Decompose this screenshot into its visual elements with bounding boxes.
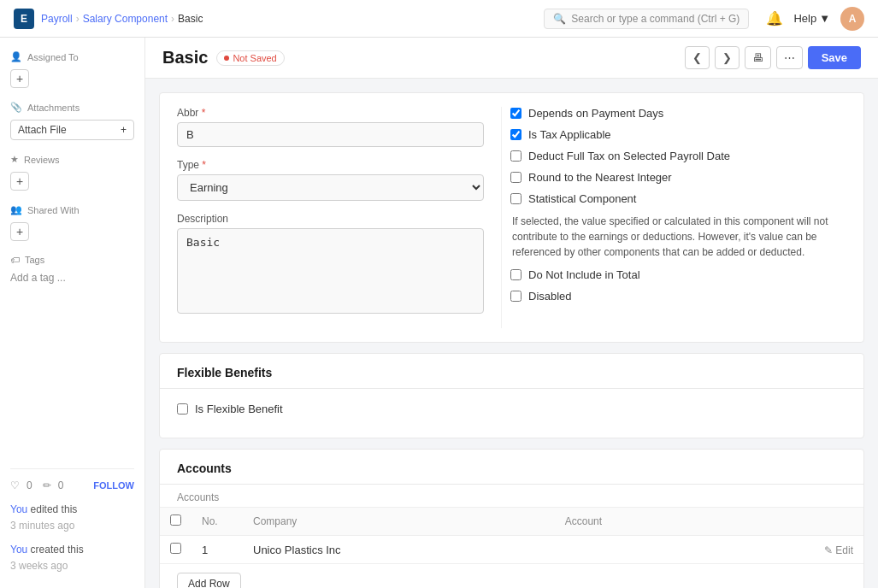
disabled-checkbox[interactable] bbox=[510, 291, 521, 302]
form-columns: Abbr * Type * bbox=[177, 107, 846, 328]
form-card-body: Abbr * Type * bbox=[160, 93, 863, 342]
accounts-title: Accounts bbox=[160, 450, 863, 484]
attach-file-label: Attach File bbox=[18, 124, 67, 136]
add-shared-button[interactable]: + bbox=[10, 222, 29, 241]
is-tax-applicable-checkbox[interactable] bbox=[510, 129, 521, 140]
follow-button[interactable]: FOLLOW bbox=[93, 480, 134, 491]
flexible-benefits-title: Flexible Benefits bbox=[160, 354, 863, 388]
layout: 👤 Assigned To + 📎 Attachments Attach Fil… bbox=[0, 38, 878, 588]
avatar[interactable]: A bbox=[840, 7, 864, 31]
breadcrumb: Payroll › Salary Component › Basic bbox=[41, 13, 203, 25]
type-required: * bbox=[202, 159, 206, 171]
breadcrumb-sep-1: › bbox=[76, 13, 80, 25]
notifications-icon[interactable]: 🔔 bbox=[766, 10, 783, 26]
do-not-include-field: Do Not Include in Total bbox=[510, 268, 846, 281]
help-label: Help bbox=[793, 12, 816, 25]
page-title: Basic bbox=[162, 48, 208, 68]
is-flexible-benefit-label: Is Flexible Benefit bbox=[195, 403, 283, 415]
activity-item-1: You edited this 3 minutes ago bbox=[10, 502, 134, 534]
form-card: Abbr * Type * bbox=[159, 92, 864, 343]
col-actions-header bbox=[721, 508, 863, 536]
likes-icon: ♡ bbox=[10, 479, 20, 491]
row-account-cell bbox=[555, 536, 721, 564]
add-tag-button[interactable]: Add a tag ... bbox=[10, 272, 134, 284]
add-assigned-button[interactable]: + bbox=[10, 69, 29, 88]
tags-title: 🏷 Tags bbox=[10, 255, 134, 265]
activity-text-2: created this bbox=[31, 544, 84, 556]
chevron-down-icon: ▼ bbox=[819, 12, 830, 25]
depends-on-payment-days-label: Depends on Payment Days bbox=[528, 107, 663, 120]
sidebar-attachments: 📎 Attachments Attach File + bbox=[10, 102, 134, 140]
tag-icon: 🏷 bbox=[10, 255, 20, 265]
add-review-button[interactable]: + bbox=[10, 172, 29, 191]
search-placeholder-text: Search or type a command (Ctrl + G) bbox=[571, 13, 740, 25]
activity-time-1: 3 minutes ago bbox=[10, 518, 134, 534]
col-company-header: Company bbox=[243, 508, 555, 536]
accounts-table-label: Accounts bbox=[160, 485, 863, 507]
comment-icon: ✏ bbox=[43, 479, 51, 491]
help-menu[interactable]: Help ▼ bbox=[793, 12, 830, 25]
print-button[interactable]: 🖶 bbox=[745, 46, 771, 69]
prev-button[interactable]: ❮ bbox=[685, 46, 710, 69]
statistical-component-checkbox[interactable] bbox=[510, 193, 521, 204]
reviews-title: ★ Reviews bbox=[10, 154, 134, 165]
edit-link[interactable]: ✎ Edit bbox=[824, 544, 853, 556]
activity-log: You edited this 3 minutes ago You create… bbox=[10, 502, 134, 574]
shared-with-title: 👥 Shared With bbox=[10, 204, 134, 215]
type-select[interactable]: Earning Deduction bbox=[177, 174, 484, 201]
breadcrumb-sep-2: › bbox=[171, 13, 174, 25]
row-company-cell: Unico Plastics Inc bbox=[243, 536, 555, 564]
round-nearest-checkbox[interactable] bbox=[510, 172, 521, 183]
content-area: Abbr * Type * bbox=[145, 79, 878, 588]
likes-count: 0 bbox=[27, 479, 32, 491]
deduct-full-tax-checkbox[interactable] bbox=[510, 150, 521, 162]
description-field: Description Basic bbox=[177, 213, 484, 316]
depends-on-payment-days-field: Depends on Payment Days bbox=[510, 107, 846, 120]
abbr-input[interactable] bbox=[177, 122, 484, 147]
col-account-header: Account bbox=[555, 508, 721, 536]
save-button[interactable]: Save bbox=[808, 46, 861, 69]
sidebar-tags: 🏷 Tags Add a tag ... bbox=[10, 255, 134, 284]
select-all-checkbox[interactable] bbox=[170, 514, 181, 526]
page-header: Basic Not Saved ❮ ❯ 🖶 ⋯ Save bbox=[145, 38, 878, 79]
activity-item-2: You created this 3 weeks ago bbox=[10, 542, 134, 574]
description-input[interactable]: Basic bbox=[177, 228, 484, 314]
main-content: Basic Not Saved ❮ ❯ 🖶 ⋯ Save bbox=[145, 38, 878, 588]
sidebar-reviews: ★ Reviews + bbox=[10, 154, 134, 191]
depends-on-payment-days-checkbox[interactable] bbox=[510, 108, 521, 119]
add-row-button[interactable]: Add Row bbox=[177, 573, 241, 588]
type-label: Type * bbox=[177, 159, 484, 171]
sidebar-assigned-to: 👤 Assigned To + bbox=[10, 51, 134, 88]
accounts-table: No. Company Account 1 Unico Plasti bbox=[160, 507, 863, 564]
col-checkbox-header bbox=[160, 508, 192, 536]
search-bar[interactable]: 🔍 Search or type a command (Ctrl + G) bbox=[544, 9, 749, 29]
do-not-include-label: Do Not Include in Total bbox=[528, 268, 640, 281]
assigned-to-title: 👤 Assigned To bbox=[10, 51, 134, 62]
activity-text-1: edited this bbox=[31, 503, 78, 515]
deduct-full-tax-field: Deduct Full Tax on Selected Payroll Date bbox=[510, 150, 846, 162]
form-left-column: Abbr * Type * bbox=[177, 107, 502, 328]
is-flexible-benefit-checkbox[interactable] bbox=[177, 403, 188, 415]
activity-you-2: You bbox=[10, 544, 27, 556]
abbr-label: Abbr * bbox=[177, 107, 484, 119]
top-nav: E Payroll › Salary Component › Basic 🔍 S… bbox=[0, 0, 878, 38]
do-not-include-checkbox[interactable] bbox=[510, 269, 521, 280]
activity-time-2: 3 weeks ago bbox=[10, 558, 134, 574]
app-logo: E bbox=[14, 9, 34, 29]
next-button[interactable]: ❯ bbox=[715, 46, 740, 69]
follow-row: ♡ 0 ✏ 0 FOLLOW bbox=[10, 479, 134, 491]
sidebar-shared-with: 👥 Shared With + bbox=[10, 204, 134, 241]
is-flexible-benefit-field: Is Flexible Benefit bbox=[177, 403, 846, 415]
breadcrumb-payroll[interactable]: Payroll bbox=[41, 13, 73, 25]
more-options-button[interactable]: ⋯ bbox=[776, 46, 803, 69]
row-checkbox-cell bbox=[160, 536, 192, 564]
row-checkbox[interactable] bbox=[170, 543, 181, 554]
description-label: Description bbox=[177, 213, 484, 225]
activity-you-1: You bbox=[10, 503, 27, 515]
attach-file-button[interactable]: Attach File + bbox=[10, 120, 134, 140]
breadcrumb-current: Basic bbox=[178, 13, 203, 25]
row-edit-cell: ✎ Edit bbox=[721, 536, 863, 564]
accounts-card: Accounts Accounts No. Company Account bbox=[159, 449, 864, 588]
breadcrumb-salary-component[interactable]: Salary Component bbox=[83, 13, 168, 25]
star-icon: ★ bbox=[10, 154, 19, 165]
